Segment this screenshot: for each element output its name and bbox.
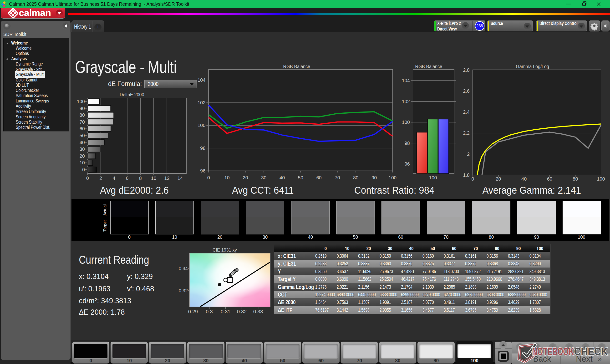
svg-text:0: 0 (86, 176, 89, 181)
svg-text:0.3: 0.3 (206, 309, 213, 314)
svg-text:2.4: 2.4 (463, 109, 470, 115)
svg-text:20: 20 (243, 175, 248, 180)
svg-text:20: 20 (79, 153, 85, 159)
svg-text:6: 6 (126, 176, 129, 181)
svg-text:2.2: 2.2 (463, 130, 470, 136)
svg-text:4: 4 (113, 176, 115, 181)
svg-text:30: 30 (79, 146, 85, 152)
svg-text:14: 14 (178, 176, 183, 181)
svg-text:0: 0 (207, 175, 210, 180)
svg-text:40: 40 (280, 175, 285, 180)
svg-text:0: 0 (471, 176, 474, 182)
svg-text:NOTEBOOK: NOTEBOOK (532, 345, 574, 358)
svg-text:100: 100 (429, 175, 437, 180)
svg-text:30: 30 (261, 175, 266, 180)
svg-text:80: 80 (79, 112, 85, 118)
svg-text:102: 102 (197, 100, 205, 105)
svg-text:0.33: 0.33 (253, 309, 263, 314)
svg-text:20: 20 (496, 176, 501, 182)
svg-text:8: 8 (139, 176, 142, 181)
svg-text:100: 100 (402, 120, 410, 125)
svg-text:80: 80 (353, 175, 358, 180)
svg-text:CHECK: CHECK (574, 345, 608, 358)
svg-text:0.29: 0.29 (188, 309, 198, 314)
svg-text:10: 10 (151, 176, 156, 181)
svg-text:0.31: 0.31 (221, 309, 230, 314)
svg-text:2.6: 2.6 (463, 88, 470, 94)
svg-text:0.32: 0.32 (179, 288, 188, 293)
svg-text:70: 70 (335, 175, 340, 180)
svg-text:2: 2 (467, 152, 470, 157)
svg-text:0: 0 (82, 167, 85, 172)
svg-text:60: 60 (316, 175, 322, 180)
svg-text:1.8: 1.8 (463, 172, 470, 178)
svg-text:40: 40 (79, 140, 85, 145)
svg-text:98: 98 (405, 141, 410, 146)
svg-text:60: 60 (547, 176, 552, 182)
svg-text:96: 96 (405, 161, 410, 167)
svg-text:10: 10 (79, 160, 85, 165)
svg-text:70: 70 (79, 119, 85, 125)
svg-text:90: 90 (79, 106, 85, 111)
svg-text:10: 10 (224, 175, 230, 180)
svg-text:90: 90 (372, 175, 377, 180)
svg-text:104: 104 (197, 78, 205, 83)
svg-text:102: 102 (402, 99, 410, 104)
svg-text:2.8: 2.8 (463, 67, 470, 73)
svg-text:0.34: 0.34 (179, 266, 188, 271)
svg-text:40: 40 (521, 176, 527, 182)
svg-text:60: 60 (79, 126, 85, 131)
svg-text:104: 104 (402, 78, 410, 83)
svg-text:0.32: 0.32 (237, 309, 247, 314)
svg-text:50: 50 (298, 175, 303, 180)
svg-text:98: 98 (200, 145, 205, 151)
svg-text:12: 12 (164, 176, 169, 181)
svg-text:50: 50 (79, 133, 85, 138)
svg-text:80: 80 (572, 176, 578, 182)
svg-text:100: 100 (597, 176, 605, 182)
svg-text:100: 100 (77, 99, 85, 104)
svg-text:calman: calman (19, 8, 51, 18)
svg-text:96: 96 (200, 168, 205, 173)
svg-text:100: 100 (197, 123, 205, 128)
svg-text:2: 2 (99, 176, 102, 181)
